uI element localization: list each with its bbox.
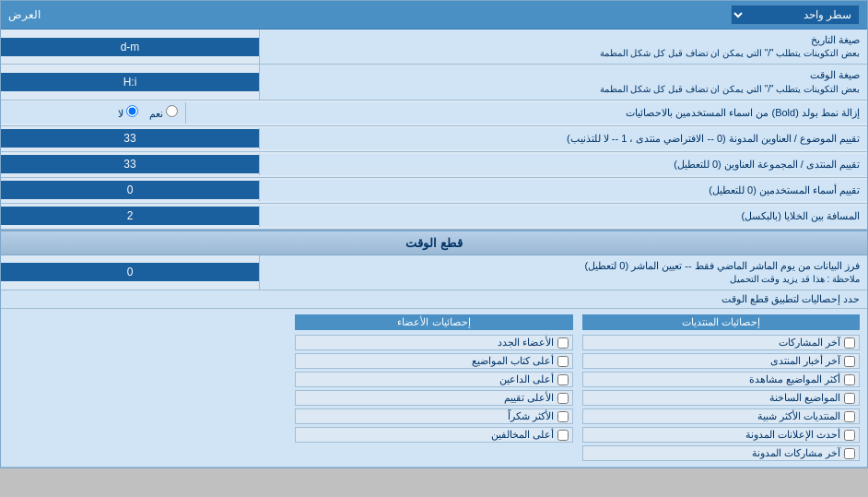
checkbox-last-posts[interactable] (844, 337, 855, 349)
bold-yes-label[interactable]: نعم (149, 105, 178, 120)
checkbox-top-violators[interactable] (557, 430, 569, 441)
checkbox-hot-topics[interactable] (844, 393, 855, 404)
checkbox-latest-ads[interactable] (844, 430, 855, 441)
forums-stats-header: إحصائيات المنتديات (582, 314, 860, 330)
list-item: آخر مشاركات المدونة (582, 445, 860, 461)
checkbox-label: الأكثر شكراً (508, 410, 554, 422)
checkbox-most-viewed[interactable] (844, 374, 855, 385)
time-format-input[interactable] (6, 76, 253, 89)
topic-order-input[interactable] (6, 132, 253, 145)
filter-input[interactable] (6, 266, 253, 278)
cell-spacing-input[interactable] (6, 209, 253, 222)
date-format-input-cell (1, 38, 259, 56)
checkbox-label: الأعضاء الجدد (498, 337, 554, 349)
checkbox-top-inviters[interactable] (557, 374, 569, 385)
bold-no-label[interactable]: لا (118, 105, 138, 120)
checkbox-most-thanks[interactable] (557, 411, 569, 422)
filter-input-cell (1, 263, 259, 281)
checkbox-label: أحدث الإعلانات المدونة (745, 429, 840, 441)
topic-order-row: تقييم الموضوع / العناوين المدونة (0 -- ا… (1, 126, 867, 152)
checkbox-label: آخر أخبار المنتدى (770, 355, 840, 367)
forum-order-label: تقييم المنتدى / المجموعة العناوين (0 للت… (259, 154, 867, 175)
cell-spacing-label: المسافة بين الخلايا (بالبكسل) (259, 206, 867, 227)
checkboxes-grid: إحصائيات المنتديات آخر المشاركات آخر أخب… (8, 314, 860, 461)
display-label: العرض (8, 8, 41, 21)
list-item: الأعضاء الجدد (295, 335, 572, 350)
bold-remove-options: نعم لا (1, 101, 185, 124)
user-trim-row: تقييم أسماء المستخدمين (0 للتعطيل) (1, 178, 867, 204)
checkbox-label: أعلى كتاب المواضيع (472, 355, 554, 367)
forum-order-row: تقييم المنتدى / المجموعة العناوين (0 للت… (1, 152, 867, 178)
list-item: أحدث الإعلانات المدونة (582, 427, 860, 443)
checkbox-top-rated[interactable] (557, 393, 569, 404)
forums-stats-column: إحصائيات المنتديات آخر المشاركات آخر أخب… (582, 314, 860, 461)
filter-row: فرز البيانات من يوم الماشر الماضي فقط --… (1, 255, 867, 290)
empty-column (8, 314, 286, 461)
list-item: أعلى المخالفين (295, 427, 572, 443)
cell-spacing-input-cell (1, 207, 259, 225)
bold-no-radio[interactable] (126, 105, 138, 117)
checkbox-label: الأعلى تقييم (504, 392, 554, 404)
checkbox-label: أكثر المواضيع مشاهدة (749, 373, 840, 385)
list-item: أعلى كتاب المواضيع (295, 353, 572, 369)
cell-spacing-row: المسافة بين الخلايا (بالبكسل) (1, 204, 867, 230)
checkbox-new-members[interactable] (557, 337, 569, 349)
user-trim-input[interactable] (6, 183, 253, 196)
stats-limit-row: حدد إحصاليات لتطبيق قطع الوقت (1, 290, 867, 309)
list-item: أعلى الداعين (295, 372, 572, 387)
time-format-label: صيغة الوقت بعض التكوينات يتطلب "/" التي … (259, 65, 867, 99)
topic-order-label: تقييم الموضوع / العناوين المدونة (0 -- ا… (259, 128, 867, 149)
bold-yes-radio[interactable] (166, 105, 178, 117)
date-format-input[interactable] (6, 41, 253, 53)
checkbox-label: آخر المشاركات (779, 337, 840, 349)
forum-order-input[interactable] (6, 158, 253, 171)
user-trim-input-cell (1, 181, 259, 199)
display-select[interactable]: سطر واحد سطران ثلاثة أسطر (731, 5, 860, 25)
topic-order-input-cell (1, 129, 259, 148)
checkboxes-section: إحصائيات المنتديات آخر المشاركات آخر أخب… (1, 309, 867, 467)
checkbox-last-blog-posts[interactable] (844, 448, 855, 459)
list-item: المواضيع الساخنة (582, 390, 860, 406)
time-format-row: صيغة الوقت بعض التكوينات يتطلب "/" التي … (1, 65, 867, 100)
list-item: الأكثر شكراً (295, 408, 572, 424)
main-container: سطر واحد سطران ثلاثة أسطر العرض صيغة الت… (0, 0, 868, 468)
checkbox-label: المواضيع الساخنة (769, 392, 840, 404)
checkbox-label: آخر مشاركات المدونة (752, 447, 840, 459)
forum-order-input-cell (1, 155, 259, 173)
members-stats-header: إحصائيات الأعضاء (295, 314, 572, 330)
date-format-row: صيغة التاريخ بعض التكوينات يتطلب "/" الت… (1, 30, 867, 65)
list-item: المنتديات الأكثر شبية (582, 408, 860, 424)
date-format-label: صيغة التاريخ بعض التكوينات يتطلب "/" الت… (259, 30, 867, 64)
checkbox-label: أعلى المخالفين (491, 429, 554, 441)
display-row: سطر واحد سطران ثلاثة أسطر العرض (1, 1, 867, 30)
bold-remove-label: إزالة نمط بولد (Bold) من اسماء المستخدمي… (185, 102, 867, 124)
user-trim-label: تقييم أسماء المستخدمين (0 للتعطيل) (259, 180, 867, 201)
list-item: آخر المشاركات (582, 335, 860, 350)
checkbox-top-writers[interactable] (557, 356, 569, 367)
time-format-input-cell (1, 73, 259, 91)
members-stats-column: إحصائيات الأعضاء الأعضاء الجدد أعلى كتاب… (295, 314, 572, 461)
filter-label: فرز البيانات من يوم الماشر الماضي فقط --… (259, 255, 867, 290)
list-item: آخر أخبار المنتدى (582, 353, 860, 369)
list-item: الأعلى تقييم (295, 390, 572, 406)
checkbox-similar-forums[interactable] (844, 411, 855, 422)
checkbox-last-news[interactable] (844, 356, 855, 367)
realtime-section-header: قطع الوقت (1, 230, 867, 255)
checkbox-label: أعلى الداعين (499, 373, 554, 385)
checkbox-label: المنتديات الأكثر شبية (757, 410, 840, 422)
bold-remove-row: إزالة نمط بولد (Bold) من اسماء المستخدمي… (1, 101, 867, 126)
list-item: أكثر المواضيع مشاهدة (582, 372, 860, 387)
